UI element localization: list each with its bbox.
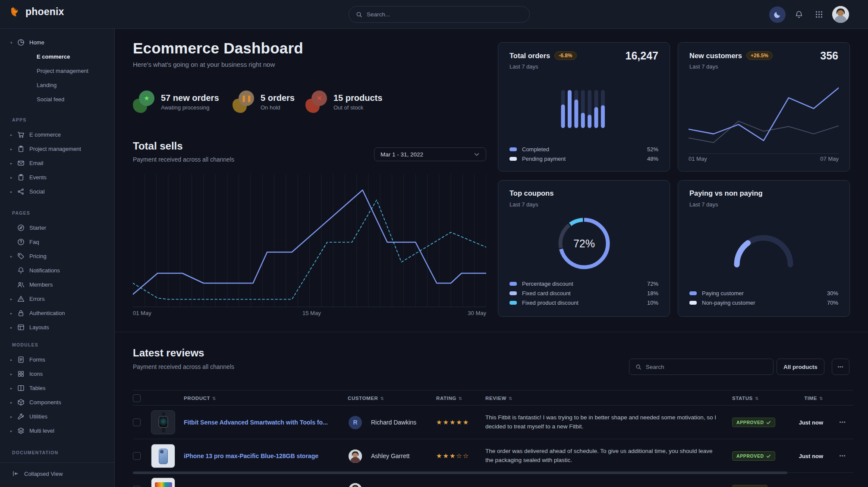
sidebar-item-e-commerce[interactable]: E commerce — [0, 50, 115, 64]
sidebar-item-pricing[interactable]: ▸Pricing — [0, 249, 115, 263]
sidebar-item-project-management[interactable]: Project management — [0, 64, 115, 78]
reviews-search-input[interactable] — [646, 364, 767, 370]
column-header-product[interactable]: PRODUCT⇅ — [184, 390, 216, 406]
apps-menu-button[interactable] — [812, 8, 825, 21]
row-checkbox[interactable] — [133, 452, 141, 460]
row-actions-button[interactable]: ⋯ — [834, 439, 851, 473]
table-horizontal-scrollbar[interactable] — [133, 471, 787, 474]
sidebar-item-icons[interactable]: ▸Icons — [0, 367, 115, 381]
legend-item-pending-payment: Pending payment48% — [509, 154, 658, 163]
legend-label: Pending payment — [522, 156, 566, 162]
stat-caption: Out of stock — [333, 104, 382, 111]
layers-icon — [17, 427, 25, 434]
reviews-table-header: PRODUCT⇅CUSTOMER⇅RATING⇅REVIEW⇅STATUS⇅TI… — [133, 390, 853, 406]
new-customers-line-chart — [689, 80, 839, 154]
global-search-input[interactable] — [367, 11, 522, 18]
sidebar-item-forms[interactable]: ▸Forms — [0, 353, 115, 367]
total-sells-chart — [133, 172, 486, 307]
global-search[interactable] — [349, 6, 530, 23]
card-title: New customers — [689, 52, 742, 60]
sidebar-item-events[interactable]: ▸Events — [0, 170, 115, 184]
stats-row: ★57 new ordersAwating processing❚❚5 orde… — [133, 91, 461, 116]
column-header-customer[interactable]: CUSTOMER⇅ — [348, 390, 384, 406]
sidebar-item-email[interactable]: ▸Email — [0, 156, 115, 170]
card-title: Total orders — [509, 52, 550, 60]
legend-swatch — [689, 301, 697, 305]
sidebar-item-tables[interactable]: ▸Tables — [0, 381, 115, 395]
caret-right-icon: ▸ — [10, 133, 17, 137]
sidebar-item-e-commerce[interactable]: ▸E commerce — [0, 128, 115, 142]
brand-logo[interactable]: phoenix — [9, 6, 64, 18]
sidebar-item-project-management[interactable]: ▸Project management — [0, 142, 115, 156]
clipboard-icon — [17, 174, 25, 181]
product-cell: Fitbit Sense Advanced Smartwatch with To… — [184, 406, 343, 439]
table-more-button[interactable]: ⋯ — [832, 359, 849, 375]
legend-item-fixed-product-discount: Fixed product discount10% — [509, 298, 658, 307]
legend-item-fixed-card-discount: Fixed card discount18% — [509, 288, 658, 298]
sidebar-item-components[interactable]: ▸Components — [0, 395, 115, 409]
sidebar-item-social[interactable]: ▸Social — [0, 184, 115, 199]
card-title: Top coupons — [509, 189, 554, 197]
user-avatar[interactable] — [832, 6, 849, 23]
new-customers-card: New customers +26.5% Last 7 days 356 01 … — [678, 42, 850, 172]
status-cell: APPROVED — [732, 406, 775, 439]
column-header-review[interactable]: REVIEW⇅ — [485, 390, 513, 406]
column-header-time[interactable]: TIME⇅ — [776, 390, 823, 406]
notifications-button[interactable] — [793, 8, 805, 21]
sidebar-item-errors[interactable]: ▸Errors — [0, 292, 115, 306]
product-thumbnail — [151, 439, 175, 473]
sidebar-item-social-feed[interactable]: Social feed — [0, 92, 115, 106]
status-badge: APPROVED — [732, 451, 775, 461]
brand-name: phoenix — [25, 6, 64, 18]
box-icon — [17, 399, 25, 406]
review-text: It's a Mac, after all. Once you've gone … — [485, 473, 722, 487]
theme-toggle-button[interactable] — [769, 6, 786, 23]
sidebar-section-modules: MODULES — [12, 342, 38, 347]
legend-value: 72% — [647, 281, 658, 287]
tag-icon — [17, 253, 25, 260]
customer-name: Ashley Garrett — [371, 439, 409, 473]
reviews-search[interactable] — [629, 359, 774, 375]
sidebar-item-landing[interactable]: Landing — [0, 78, 115, 92]
wrench-icon — [17, 413, 25, 420]
x-status-icon: ✕ — [305, 91, 327, 113]
collapsed-view-toggle[interactable]: Collapsed View — [0, 466, 114, 481]
product-link[interactable]: iPhone 13 pro max-Pacific Blue-128GB sto… — [184, 453, 318, 459]
sidebar-item-multi-level[interactable]: ▸Multi level — [0, 424, 115, 438]
sidebar-item-notifications[interactable]: Notifications — [0, 263, 115, 278]
section-divider — [115, 332, 868, 332]
chevron-down-icon — [474, 151, 480, 157]
select-all-checkbox[interactable] — [133, 394, 141, 402]
customer-photo — [349, 450, 362, 463]
sidebar-item-home[interactable]: ▾Home — [0, 35, 115, 50]
caret-right-icon: ▸ — [10, 161, 17, 165]
column-header-status[interactable]: STATUS⇅ — [732, 390, 759, 406]
sidebar-item-starter[interactable]: Starter — [0, 221, 115, 235]
question-icon — [17, 238, 25, 246]
sidebar-item-faq[interactable]: Faq — [0, 235, 115, 249]
date-range-select[interactable]: Mar 1 - 31, 2022 — [374, 147, 486, 161]
customer-avatar-cell: R — [349, 406, 362, 439]
caret-right-icon: ▸ — [10, 372, 17, 376]
card-period: Last 7 days — [689, 63, 718, 70]
sidebar-item-layouts[interactable]: ▸Layouts — [0, 320, 115, 334]
row-checkbox[interactable] — [133, 418, 141, 426]
date-range-value: Mar 1 - 31, 2022 — [381, 151, 423, 158]
delta-badge: +26.5% — [746, 51, 773, 60]
row-actions-button[interactable]: ⋯ — [834, 406, 851, 439]
stat-caption: On hold — [261, 104, 295, 111]
customer-avatar-cell — [349, 439, 362, 473]
apps-grid-icon — [815, 10, 823, 19]
product-link[interactable]: Fitbit Sense Advanced Smartwatch with To… — [184, 419, 328, 426]
sidebar-footer-divider — [0, 462, 114, 463]
legend-swatch — [509, 291, 517, 295]
sidebar-item-members[interactable]: Members — [0, 278, 115, 292]
total-orders-value: 16,247 — [626, 50, 658, 62]
total-orders-card: Total orders -6.8% Last 7 days 16,247 Co… — [498, 42, 670, 172]
legend-label: Completed — [522, 146, 549, 153]
all-products-button[interactable]: All products — [777, 359, 824, 375]
sidebar-item-authentication[interactable]: ▸Authentication — [0, 306, 115, 320]
column-header-rating[interactable]: RATING⇅ — [436, 390, 462, 406]
sidebar-item-utilities[interactable]: ▸Utilities — [0, 409, 115, 424]
top-coupons-legend: Percentage discount72%Fixed card discoun… — [509, 279, 658, 307]
